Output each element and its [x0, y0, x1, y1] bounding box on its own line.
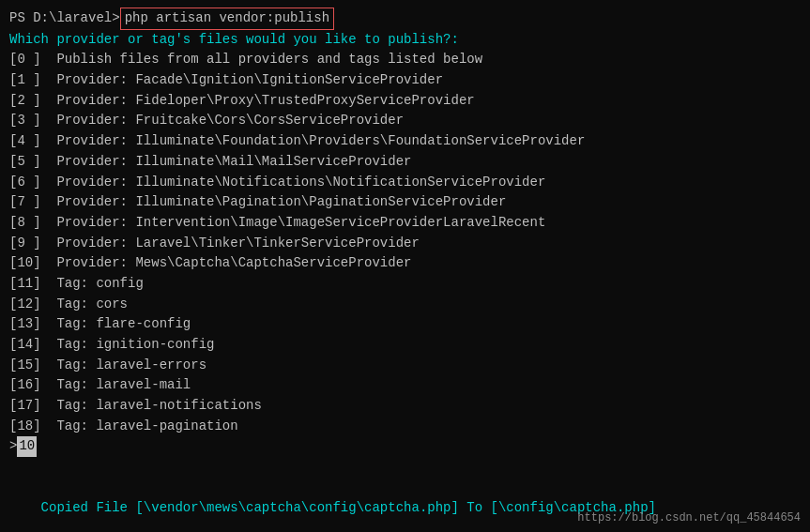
list-item-8: [8 ] Provider: Intervention\Image\ImageS…	[9, 213, 801, 234]
list-item-5: [5 ] Provider: Illuminate\Mail\MailServi…	[9, 152, 801, 173]
list-item-0: [0 ] Publish files from all providers an…	[9, 50, 801, 70]
list-item-13: [13] Tag: flare-config	[9, 314, 801, 335]
list-item-11: [11] Tag: config	[9, 274, 801, 295]
list-item-6: [6 ] Provider: Illuminate\Notifications\…	[9, 173, 801, 193]
list-item-9: [9 ] Provider: Laravel\Tinker\TinkerServ…	[9, 234, 801, 254]
list-item-4: [4 ] Provider: Illuminate\Foundation\Pro…	[9, 131, 801, 152]
list-item-10: [10] Provider: Mews\Captcha\CaptchaServi…	[9, 253, 801, 274]
watermark: https://blog.csdn.net/qq_45844654	[577, 511, 801, 524]
input-value: 10	[17, 436, 37, 457]
prompt-prefix: PS D:\laravel>	[9, 8, 120, 29]
question-line: Which provider or tag's files would you …	[9, 30, 801, 51]
terminal-window: PS D:\laravel> php artisan vendor:publis…	[0, 0, 810, 532]
command-line: PS D:\laravel> php artisan vendor:publis…	[9, 8, 801, 30]
list-item-7: [7 ] Provider: Illuminate\Pagination\Pag…	[9, 192, 801, 213]
list-item-12: [12] Tag: cors	[9, 295, 801, 315]
command-box: php artisan vendor:publish	[120, 8, 334, 30]
copy-prefix: Copied File [	[41, 500, 144, 515]
list-item-15: [15] Tag: laravel-errors	[9, 356, 801, 376]
list-item-1: [1 ] Provider: Facade\Ignition\IgnitionS…	[9, 70, 801, 91]
copy-mid: ] To [	[451, 500, 497, 515]
list-item-16: [16] Tag: laravel-mail	[9, 375, 801, 396]
list-item-17: [17] Tag: laravel-notifications	[9, 396, 801, 417]
input-line[interactable]: > 10	[9, 436, 801, 457]
list-item-2: [2 ] Provider: Fideloper\Proxy\TrustedPr…	[9, 91, 801, 112]
list-item-3: [3 ] Provider: Fruitcake\Cors\CorsServic…	[9, 111, 801, 131]
input-prompt-symbol: >	[9, 436, 17, 457]
list-item-14: [14] Tag: ignition-config	[9, 335, 801, 356]
blank-line	[9, 457, 801, 478]
list-item-18: [18] Tag: laravel-pagination	[9, 417, 801, 437]
copy-path1: \vendor\mews\captcha\config\captcha.php	[144, 500, 451, 515]
